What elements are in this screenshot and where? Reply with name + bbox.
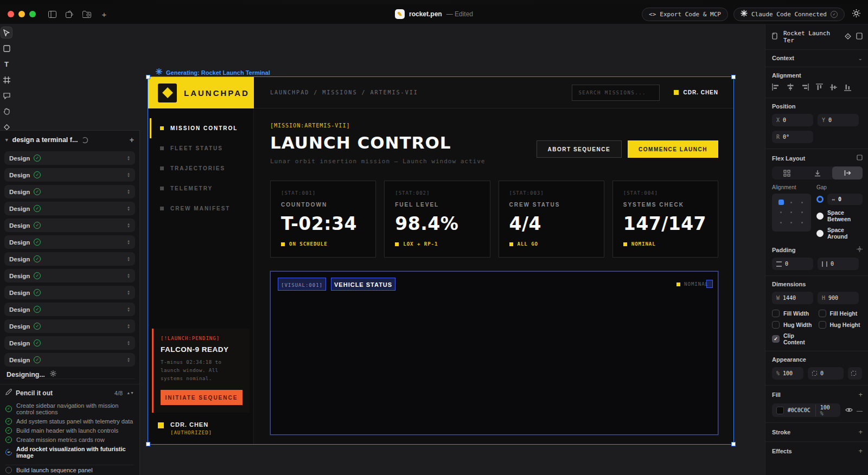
pages-icon[interactable] [65, 10, 74, 18]
selection-handle[interactable] [146, 442, 150, 446]
expand-chevron-icon[interactable]: ▲▼ [127, 324, 130, 329]
stat-card[interactable]: [STAT:003] CREW STATUS 4/4 ALL GO [499, 181, 604, 258]
hand-icon[interactable] [1, 106, 12, 117]
close-window-button[interactable] [8, 11, 14, 17]
recents-icon[interactable] [82, 10, 91, 18]
zoom-window-button[interactable] [29, 11, 36, 17]
abort-sequence-button[interactable]: ABORT SEQUENCE [537, 140, 622, 158]
dimension-checkbox[interactable]: ✓ Hug Height [819, 321, 863, 329]
sidebar-nav-item[interactable]: TELEMETRY [148, 178, 253, 198]
add-fill-plus-icon[interactable]: + [858, 390, 863, 399]
add-effect-plus-icon[interactable]: + [858, 447, 863, 455]
radius-extra-input[interactable] [848, 367, 862, 380]
collapse-chevron-icon[interactable]: ▾ [5, 137, 8, 143]
position-y-input[interactable]: Y0 [818, 114, 859, 126]
expand-chevron-icon[interactable]: ▲▼ [127, 189, 130, 195]
align-top-icon[interactable] [816, 84, 823, 92]
dimension-checkbox[interactable]: ✓ Clip Content [772, 332, 816, 345]
design-row[interactable]: Design ✓ ▲▼ [4, 286, 135, 299]
width-input[interactable]: W1440 [772, 292, 813, 304]
dimension-checkbox[interactable]: ✓ Fill Height [819, 310, 863, 317]
gear-icon[interactable] [50, 370, 56, 378]
design-row[interactable]: Design ✓ ▲▼ [4, 252, 135, 266]
todo-item[interactable]: ✓ Add rocket visualization with futurist… [5, 444, 134, 460]
export-code-button[interactable]: <> Export Code & MCP [642, 8, 728, 21]
sun-icon[interactable] [852, 9, 860, 20]
frame-generating-label[interactable]: Generating: Rocket Launch Terminal [156, 68, 270, 76]
expand-chevron-icon[interactable]: ▲▼ [127, 307, 130, 312]
alignment-grid[interactable] [772, 194, 811, 232]
cursor-icon[interactable] [1, 27, 12, 38]
fill-color-chip[interactable]: #0C0C0C 100 % [772, 403, 840, 417]
expand-chevron-icon[interactable]: ▲▼ [127, 240, 130, 245]
align-bottom-icon[interactable] [844, 84, 851, 92]
todo-collapse-icon[interactable]: ▲▼ [126, 391, 134, 395]
todo-item[interactable]: ✓ Create sidebar navigation with mission… [5, 401, 134, 416]
todo-item[interactable]: ✓ Build launch sequence panel [5, 465, 134, 474]
stat-card[interactable]: [STAT:001] COUNTDOWN T-02:34 ON SCHEDULE [270, 181, 376, 258]
design-row[interactable]: Design ✓ ▲▼ [4, 353, 135, 367]
todo-item[interactable]: ✓ Build main header with launch controls [5, 426, 134, 435]
sidebar-nav-item[interactable]: FLEET STATUS [148, 138, 253, 158]
search-input[interactable] [572, 85, 660, 101]
design-row[interactable]: Design ✓ ▲▼ [4, 269, 135, 283]
color-swatch[interactable] [776, 407, 784, 414]
align-center-h-icon[interactable] [787, 84, 794, 92]
expand-chevron-icon[interactable]: ▲▼ [127, 156, 130, 161]
dimension-checkbox[interactable]: ✓ Fill Width [772, 310, 816, 317]
corner-radius-input[interactable]: 0 [808, 367, 844, 380]
chevron-down-icon[interactable]: ⌄ [858, 55, 863, 61]
todo-item[interactable]: ✓ Create mission metrics cards row [5, 435, 134, 444]
plus-icon[interactable]: + [100, 10, 108, 18]
comment-icon[interactable] [1, 90, 12, 101]
minimize-window-button[interactable] [18, 11, 25, 17]
frame-rect-icon[interactable] [856, 33, 863, 42]
remove-fill-minus-icon[interactable]: — [857, 407, 863, 414]
design-row[interactable]: Design ✓ ▲▼ [4, 151, 135, 165]
initiate-sequence-button[interactable]: INITIATE SEQUENCE [161, 390, 242, 405]
design-row[interactable]: Design ✓ ▲▼ [4, 303, 135, 316]
padding-vertical-input[interactable]: 0 [772, 258, 813, 270]
expand-chevron-icon[interactable]: ▲▼ [127, 273, 130, 279]
layout-options-icon[interactable] [857, 154, 863, 162]
design-row[interactable]: Design ✓ ▲▼ [4, 185, 135, 198]
commence-launch-button[interactable]: COMMENCE LAUNCH [628, 140, 718, 158]
selection-handle[interactable] [731, 442, 736, 446]
opacity-input[interactable]: %100 [772, 367, 803, 380]
frame-tool-icon[interactable] [1, 74, 12, 85]
stat-card[interactable]: [STAT:004] SYSTEMS CHECK 147/147 NOMINAL [612, 181, 718, 258]
sidebar-nav-item[interactable]: CREW MANIFEST [148, 198, 253, 219]
design-row[interactable]: Design ✓ ▲▼ [4, 319, 135, 333]
align-left-icon[interactable] [772, 84, 780, 92]
user-badge[interactable]: CDR. CHEN [674, 89, 718, 95]
expand-chevron-icon[interactable]: ▲▼ [127, 341, 130, 346]
space-between-radio[interactable] [816, 213, 824, 220]
space-around-radio[interactable] [816, 230, 824, 237]
grid-mode-icon[interactable] [772, 166, 802, 179]
context-section[interactable]: Context⌄ [765, 50, 868, 67]
padding-horizontal-input[interactable]: 0 [818, 258, 859, 270]
design-row[interactable]: Design ✓ ▲▼ [4, 336, 135, 350]
column-mode-icon[interactable] [802, 166, 833, 179]
gap-input[interactable]: ↔0 [827, 194, 863, 205]
claude-code-status-button[interactable]: Claude Code Connected ✓ [733, 8, 845, 21]
expand-chevron-icon[interactable]: ▲▼ [127, 206, 130, 211]
selection-handle[interactable] [731, 75, 736, 79]
design-row[interactable]: Design ✓ ▲▼ [4, 235, 135, 249]
row-mode-icon[interactable] [832, 166, 863, 179]
component-diamond-icon[interactable] [844, 33, 852, 42]
height-input[interactable]: H900 [818, 292, 859, 304]
position-x-input[interactable]: X0 [772, 114, 813, 126]
new-chat-plus-icon[interactable]: + [130, 136, 134, 144]
expand-chevron-icon[interactable]: ▲▼ [127, 172, 130, 178]
sidebar-icon[interactable] [48, 10, 56, 18]
design-row[interactable]: Design ✓ ▲▼ [4, 219, 135, 232]
visibility-eye-icon[interactable] [845, 407, 853, 414]
todo-item[interactable]: ✓ Add system status panel with telemetry… [5, 416, 134, 426]
design-row[interactable]: Design ✓ ▲▼ [4, 168, 135, 182]
design-row[interactable]: Design ✓ ▲▼ [4, 202, 135, 215]
gap-radio[interactable] [816, 196, 824, 203]
text-icon[interactable]: T [1, 59, 12, 69]
padding-settings-gear-icon[interactable] [857, 246, 863, 253]
align-center-v-icon[interactable] [830, 84, 837, 92]
